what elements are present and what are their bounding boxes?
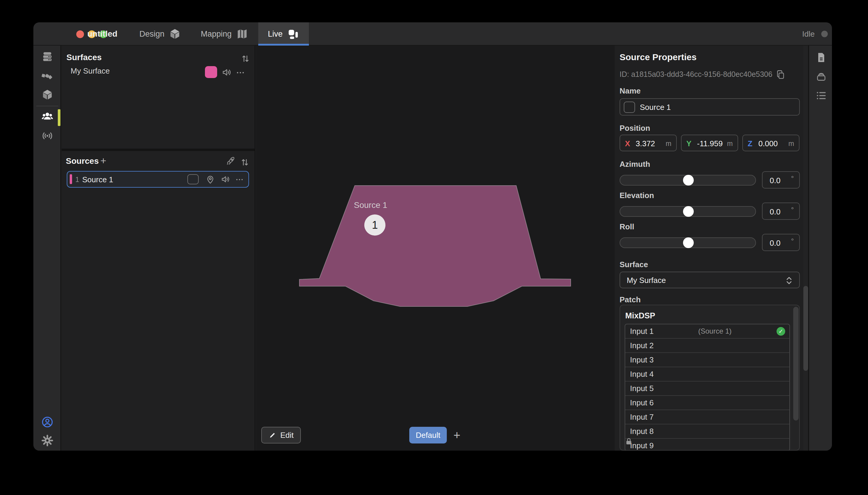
array-arc-icon[interactable] — [41, 69, 54, 82]
source-list-item[interactable]: 1 Source 1 — [67, 171, 249, 188]
properties-title: Source Properties — [619, 52, 696, 62]
panel-scrollbar-track[interactable] — [803, 46, 808, 450]
sort-icon[interactable] — [240, 53, 251, 65]
roll-value-input[interactable]: 0.0 ° — [762, 234, 800, 251]
azimuth-slider-thumb[interactable] — [683, 175, 694, 186]
name-input[interactable]: Source 1 — [619, 98, 800, 116]
azimuth-label: Azimuth — [619, 160, 650, 169]
settings-gear-icon[interactable] — [41, 434, 54, 447]
patch-input-row[interactable]: Input 4 — [625, 367, 789, 381]
tab-live[interactable]: Live — [258, 22, 309, 46]
sources-people-icon[interactable] — [41, 110, 54, 123]
position-z-input[interactable]: Z 0.000 m — [742, 135, 799, 151]
tab-design[interactable]: Design — [139, 22, 181, 46]
azimuth-unit: ° — [791, 174, 794, 183]
screenshot-root: untitled Design Mapping Live — [0, 0, 868, 495]
title-bar: untitled Design Mapping Live — [33, 22, 832, 46]
patch-input-row[interactable]: Input 6 — [625, 396, 789, 410]
tab-mapping-label: Mapping — [201, 30, 232, 39]
add-source-button[interactable]: + — [97, 154, 109, 167]
right-icon-rail — [809, 46, 832, 450]
position-y-unit: m — [727, 140, 733, 148]
roll-label: Roll — [619, 222, 634, 232]
close-traffic-light[interactable] — [76, 30, 84, 38]
sort-icon[interactable] — [240, 156, 250, 168]
roll-slider[interactable] — [619, 237, 756, 248]
position-x-input[interactable]: X 3.372 m — [619, 135, 677, 151]
more-options-icon[interactable] — [235, 68, 245, 77]
source-checkbox[interactable] — [187, 174, 199, 184]
patch-input-row[interactable]: Input 5 — [625, 381, 789, 396]
position-x-unit: m — [666, 140, 671, 148]
status-indicator-dot — [821, 31, 828, 37]
sources-panel-title: Sources — [66, 156, 99, 166]
lock-icon[interactable] — [624, 436, 633, 446]
add-snapshot-button[interactable]: + — [449, 427, 465, 443]
surface-coverage-shape — [256, 46, 614, 450]
snapshot-label: Default — [416, 431, 440, 440]
status-label: Idle — [802, 30, 815, 39]
patch-container: MixDSP Input 1 (Source 1) ✓ Input 2 Inpu… — [619, 305, 800, 450]
patch-input-row[interactable]: Input 3 — [625, 353, 789, 367]
position-z-unit: m — [788, 140, 794, 148]
surfaces-panel: Surfaces My Surface — [62, 46, 255, 149]
engine-status: Idle — [802, 22, 828, 46]
document-properties-icon[interactable] — [815, 52, 827, 64]
speaker-icon[interactable] — [221, 174, 231, 184]
check-circle-icon: ✓ — [777, 327, 785, 336]
spatial-canvas[interactable]: Source 1 1 Edit Default + — [256, 46, 614, 450]
roll-unit: ° — [791, 237, 794, 245]
map-icon — [236, 28, 249, 40]
rocket-icon[interactable] — [225, 156, 236, 167]
patch-input-row[interactable]: Input 8 — [625, 424, 789, 439]
source-position-handle[interactable]: 1 — [364, 215, 386, 236]
active-rail-indicator — [58, 109, 61, 126]
position-y-input[interactable]: Y -11.959 m — [681, 135, 738, 151]
source-properties-panel: Source Properties ID: a1815a03-ddd3-46cc… — [615, 46, 809, 450]
left-icon-rail — [33, 46, 61, 450]
snapshot-default-button[interactable]: Default — [409, 427, 447, 443]
elevation-value-input[interactable]: 0.0 ° — [762, 203, 800, 220]
patch-label: Patch — [619, 295, 641, 304]
cube-rail-icon[interactable] — [41, 88, 54, 101]
location-pin-icon[interactable] — [205, 174, 215, 185]
patch-input-row[interactable]: Input 9 — [625, 439, 789, 450]
elevation-slider[interactable] — [619, 206, 756, 217]
patch-scrollbar-thumb[interactable] — [793, 307, 799, 421]
tab-live-label: Live — [268, 30, 283, 39]
azimuth-value-input[interactable]: 0.0 ° — [762, 171, 800, 189]
azimuth-slider[interactable] — [619, 175, 756, 186]
archive-box-icon[interactable] — [815, 71, 827, 83]
position-z-value: 0.000 — [759, 139, 778, 148]
rail-divider — [36, 106, 58, 106]
account-icon[interactable] — [41, 416, 54, 428]
pencil-icon — [268, 431, 277, 439]
broadcast-icon[interactable] — [41, 130, 54, 142]
speaker-rack-icon[interactable] — [41, 50, 54, 63]
panel-scrollbar-thumb[interactable] — [803, 286, 808, 371]
position-y-value: -11.959 — [697, 139, 722, 148]
roll-slider-thumb[interactable] — [683, 237, 694, 248]
window-title: untitled — [87, 22, 117, 46]
elevation-slider-thumb[interactable] — [683, 206, 694, 217]
speaker-icon[interactable] — [222, 67, 232, 78]
source-number: 1 — [372, 219, 378, 232]
surfaces-panel-title: Surfaces — [66, 53, 102, 62]
tab-mapping[interactable]: Mapping — [201, 22, 249, 46]
name-color-swatch[interactable] — [624, 102, 635, 113]
name-label: Name — [619, 86, 641, 96]
copy-id-icon[interactable] — [776, 69, 785, 80]
canvas-source-label: Source 1 — [354, 201, 387, 210]
edit-button[interactable]: Edit — [261, 427, 301, 443]
surface-item-name: My Surface — [71, 66, 110, 76]
more-options-icon[interactable] — [235, 175, 244, 184]
app-window: untitled Design Mapping Live — [33, 22, 832, 450]
list-icon[interactable] — [815, 90, 827, 102]
surface-label: Surface — [619, 260, 648, 269]
patch-input-row[interactable]: Input 1 (Source 1) ✓ — [625, 324, 789, 339]
surface-color-swatch[interactable] — [205, 66, 217, 78]
patch-input-row[interactable]: Input 2 — [625, 339, 789, 353]
patch-input-row[interactable]: Input 7 — [625, 410, 789, 424]
surface-select[interactable]: My Surface — [619, 272, 800, 288]
axis-z-letter: Z — [748, 139, 752, 148]
